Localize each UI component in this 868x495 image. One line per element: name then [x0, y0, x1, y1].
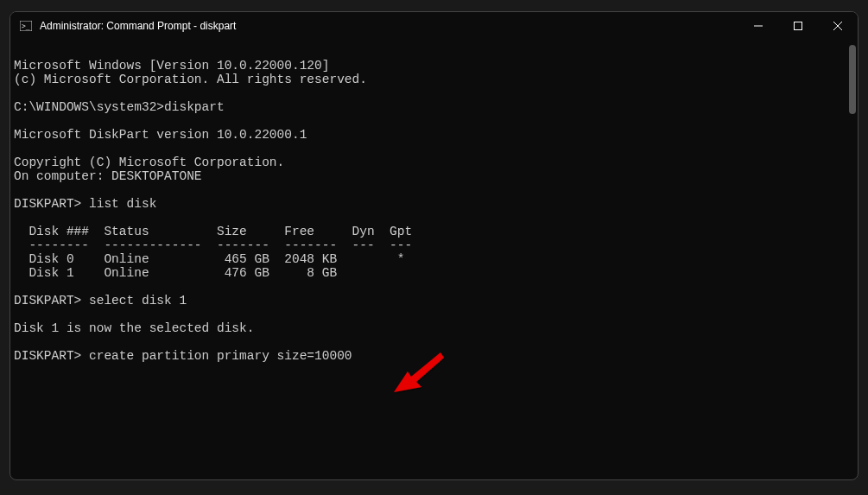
diskpart-list-disk-cmd: DISKPART> list disk [14, 197, 156, 211]
diskpart-version: Microsoft DiskPart version 10.0.22000.1 [14, 128, 307, 142]
terminal-body[interactable]: Microsoft Windows [Version 10.0.22000.12… [10, 40, 858, 479]
disk-row-0: Disk 0 Online 465 GB 2048 KB * [14, 252, 404, 266]
disk-row-1: Disk 1 Online 476 GB 8 GB [14, 266, 337, 280]
terminal-content: Microsoft Windows [Version 10.0.22000.12… [14, 59, 858, 363]
svg-text:>_: >_ [22, 22, 30, 30]
command-prompt-window: >_ Administrator: Command Prompt - diskp… [10, 11, 858, 480]
diskpart-copyright: Copyright (C) Microsoft Corporation. [14, 155, 284, 169]
prompt-diskpart-launch: C:\WINDOWS\system32>diskpart [14, 100, 225, 114]
computer-name: On computer: DESKTOPATONE [14, 169, 202, 183]
cmd-icon: >_ [19, 19, 33, 33]
maximize-button[interactable] [778, 12, 818, 40]
line-copyright1: (c) Microsoft Corporation. All rights re… [14, 73, 367, 86]
diskpart-select-disk-cmd: DISKPART> select disk 1 [14, 294, 187, 308]
disk-table-separator: -------- ------------- ------- ------- -… [14, 238, 412, 252]
window-title: Administrator: Command Prompt - diskpart [40, 20, 738, 32]
window-controls [738, 12, 858, 40]
disk-table-header: Disk ### Status Size Free Dyn Gpt [14, 225, 412, 238]
titlebar[interactable]: >_ Administrator: Command Prompt - diskp… [10, 12, 858, 40]
disk-selected-msg: Disk 1 is now the selected disk. [14, 321, 254, 335]
svg-rect-3 [795, 22, 802, 30]
scrollbar-thumb[interactable] [849, 45, 856, 114]
diskpart-create-partition-cmd: DISKPART> create partition primary size=… [14, 349, 352, 363]
close-button[interactable] [818, 12, 858, 40]
line-version: Microsoft Windows [Version 10.0.22000.12… [14, 59, 329, 73]
minimize-button[interactable] [738, 12, 778, 40]
